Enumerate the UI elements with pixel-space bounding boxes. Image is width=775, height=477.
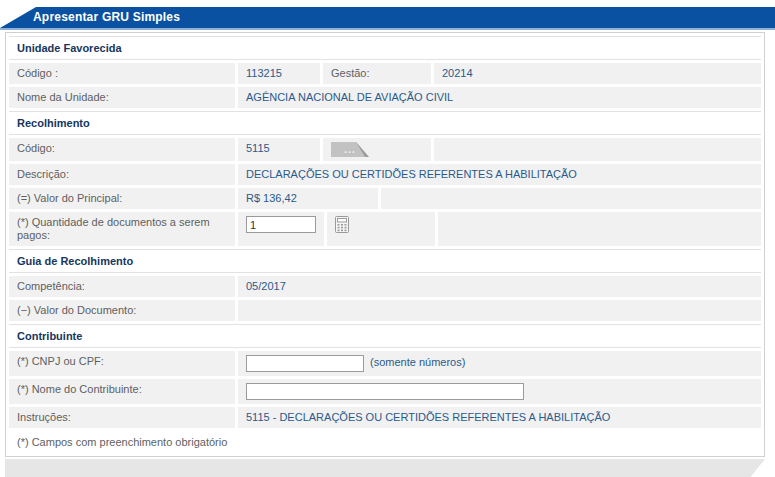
row-valor-principal: (=) Valor do Principal: R$ 136,42 [9, 188, 761, 209]
row-valor-documento: (−) Valor do Documento: [9, 300, 761, 321]
section-unidade-favorecida: Unidade Favorecida [9, 36, 761, 60]
required-fields-note: (*) Campos com preenchimento obrigatório [9, 431, 761, 453]
codigo-recolhimento-filler [434, 138, 761, 161]
valor-principal-value: R$ 136,42 [238, 188, 378, 209]
codigo-recolhimento-value: 5115 [238, 138, 320, 161]
gru-form-panel: Unidade Favorecida Código : 113215 Gestã… [5, 32, 765, 457]
competencia-label: Competência: [9, 276, 235, 297]
quantidade-input[interactable] [246, 216, 316, 233]
cnpj-input-cell: (somente números) [238, 351, 761, 376]
page-title-bar: Apresentar GRU Simples [0, 7, 775, 30]
codigo-unidade-label: Código : [9, 63, 235, 84]
valor-principal-label: (=) Valor do Principal: [9, 188, 235, 209]
valor-documento-label: (−) Valor do Documento: [9, 300, 235, 321]
quantidade-filler [438, 212, 761, 246]
nome-unidade-label: Nome da Unidade: [9, 87, 235, 108]
nome-contribuinte-input-cell [238, 379, 761, 404]
gestao-value: 20214 [434, 63, 761, 84]
section-guia-recolhimento: Guia de Recolhimento [9, 249, 761, 273]
page-title: Apresentar GRU Simples [33, 7, 180, 28]
row-cnpj: (*) CNPJ ou CPF: (somente números) [9, 351, 761, 376]
calculator-icon[interactable] [335, 216, 349, 236]
row-quantidade: (*) Quantidade de documentos a serem pag… [9, 212, 761, 246]
row-nome-contribuinte: (*) Nome do Contribuinte: [9, 379, 761, 404]
row-nome-unidade: Nome da Unidade: AGÊNCIA NACIONAL DE AVI… [9, 87, 761, 108]
cnpj-hint: (somente números) [370, 356, 465, 368]
valor-documento-value [238, 300, 761, 321]
section-contribuinte: Contribuinte [9, 324, 761, 348]
quantidade-input-cell [238, 212, 324, 246]
cnpj-input[interactable] [246, 355, 364, 372]
codigo-lookup-button[interactable]: ... [331, 142, 369, 157]
row-codigo-recolhimento: Código: 5115 ... [9, 138, 761, 161]
section-recolhimento: Recolhimento [9, 111, 761, 135]
codigo-lookup-cell: ... [323, 138, 431, 161]
codigo-unidade-value: 113215 [238, 63, 320, 84]
descricao-value: DECLARAÇÕES OU CERTIDÕES REFERENTES A HA… [238, 164, 761, 185]
codigo-recolhimento-label: Código: [9, 138, 235, 161]
descricao-label: Descrição: [9, 164, 235, 185]
nome-contribuinte-input[interactable] [246, 383, 524, 400]
cnpj-label: (*) CNPJ ou CPF: [9, 351, 235, 376]
instrucoes-value: 5115 - DECLARAÇÕES OU CERTIDÕES REFERENT… [238, 407, 761, 428]
row-codigo-gestao: Código : 113215 Gestão: 20214 [9, 63, 761, 84]
valor-principal-filler [381, 188, 761, 209]
nome-unidade-value: AGÊNCIA NACIONAL DE AVIAÇÃO CIVIL [238, 87, 761, 108]
instrucoes-label: Instruções: [9, 407, 235, 428]
calculator-cell [327, 212, 435, 246]
panel-footer-strip [5, 459, 765, 477]
row-competencia: Competência: 05/2017 [9, 276, 761, 297]
nome-contribuinte-label: (*) Nome do Contribuinte: [9, 379, 235, 404]
row-instrucoes: Instruções: 5115 - DECLARAÇÕES OU CERTID… [9, 407, 761, 428]
competencia-value: 05/2017 [238, 276, 761, 297]
gestao-label: Gestão: [323, 63, 431, 84]
row-descricao: Descrição: DECLARAÇÕES OU CERTIDÕES REFE… [9, 164, 761, 185]
quantidade-label: (*) Quantidade de documentos a serem pag… [9, 212, 235, 246]
